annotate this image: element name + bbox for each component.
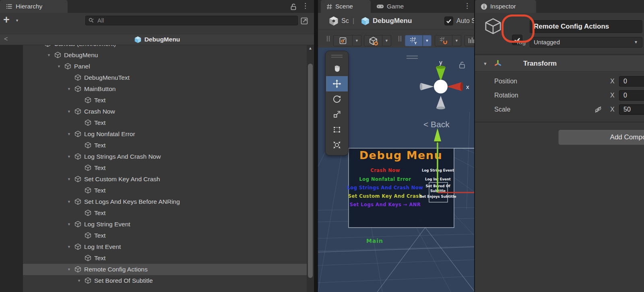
tool-settings-dropdown[interactable]: ▼ (353, 35, 361, 46)
scrollbar-thumb[interactable] (308, 64, 313, 278)
tab-scene[interactable]: Scene (321, 0, 371, 13)
expander-arrow-icon[interactable]: ▼ (67, 219, 71, 230)
tab-inspector[interactable]: Inspector (475, 0, 536, 13)
tab-game[interactable]: Game (371, 0, 417, 13)
hierarchy-menu-kebab-icon[interactable]: ⋮ (302, 2, 308, 10)
canvas-footer-main[interactable]: Main (366, 238, 383, 244)
tree-item-debugmenu[interactable]: ▼DebugMenu (23, 50, 307, 61)
tree-item-panel[interactable]: ▼Panel (23, 61, 307, 72)
gizmo-pivot-dropdown[interactable]: ▼ (382, 35, 391, 46)
search-input[interactable] (97, 17, 297, 24)
tree-item-set-bored-of-subtitle[interactable]: ▼Set Bored Of Subtitle (23, 275, 307, 286)
expander-arrow-icon[interactable]: ▼ (37, 45, 41, 50)
tree-item-crash-now[interactable]: ▼Crash Now (23, 106, 307, 117)
toolbar-grip[interactable] (400, 36, 401, 41)
expander-arrow-icon[interactable]: ▼ (67, 196, 71, 207)
expander-arrow-icon[interactable]: ▼ (67, 151, 71, 162)
snap-dropdown[interactable]: ▼ (452, 35, 461, 46)
gameobject-cube-icon (74, 198, 82, 205)
tree-item-label: Text (94, 207, 105, 219)
tree-item-text[interactable]: Text (23, 140, 307, 151)
add-component-button[interactable]: Add Component (558, 130, 644, 145)
tree-item-text[interactable]: Text (23, 117, 307, 128)
palette-grip[interactable] (331, 55, 343, 56)
canvas-button-crash-now[interactable]: Crash Now (370, 168, 400, 173)
expander-arrow-icon[interactable]: ▼ (57, 61, 61, 72)
scroll-up-icon[interactable]: ▲ (307, 46, 314, 50)
toolbar-grip[interactable] (329, 36, 330, 41)
hierarchy-search[interactable] (85, 16, 298, 25)
tree-item-text[interactable]: Text (23, 253, 307, 264)
gizmo-pivot-button[interactable] (364, 35, 382, 46)
unlock-icon[interactable] (289, 2, 298, 11)
hand-tool-button[interactable] (326, 61, 348, 76)
canvas-button-log-nonfatal[interactable]: Log Nonfatal Error (359, 176, 411, 182)
tag-dropdown[interactable]: Untagged ▼ (530, 37, 642, 48)
transform-component-header[interactable]: ▼ Transform (475, 56, 644, 72)
canvas-button-set-logs-anr[interactable]: Set Logs And Keys → ANR (350, 202, 421, 207)
expander-arrow-icon[interactable]: ▼ (77, 275, 81, 286)
tree-item-log-int-event[interactable]: ▼Log Int Event (23, 241, 307, 253)
hierarchy-scrollbar[interactable]: ▲ (307, 45, 314, 292)
canvas-button-log-strings-crash[interactable]: Log Strings And Crash Now (347, 185, 423, 191)
tree-item-log-strings-and-crash-now[interactable]: ▼Log Strings And Crash Now (23, 151, 307, 162)
grid-visibility-dropdown[interactable]: ▼ (423, 35, 431, 46)
tree-item-label: Text (94, 95, 105, 106)
create-object-button[interactable]: + ▼ (3, 15, 21, 27)
breadcrumb-context[interactable]: Sc (341, 13, 349, 29)
expander-arrow-icon[interactable]: ▼ (67, 128, 71, 140)
gameobject-cube-icon[interactable] (484, 17, 502, 35)
snap-button[interactable] (435, 35, 452, 46)
tree-item-text[interactable]: Text (23, 185, 307, 196)
tree-item-log-string-event[interactable]: ▼Log String Event (23, 219, 307, 230)
tree-item-set-custom-key-and-crash[interactable]: ▼Set Custom Key And Crash (23, 174, 307, 185)
rotation-x-input[interactable]: 0 (619, 90, 644, 101)
gameobject-name-field[interactable]: Remote Config Actions (530, 20, 642, 33)
rect-tool-button[interactable] (326, 122, 348, 137)
canvas-back-button[interactable]: < Back (423, 120, 450, 129)
expander-arrow-icon[interactable]: ▼ (67, 83, 71, 95)
tree-item-text[interactable]: Text (23, 207, 307, 219)
canvas-button-set-custom-key[interactable]: Set Custom Key And Crash (348, 193, 423, 199)
scale-tool-button[interactable] (326, 107, 348, 122)
transform-tool-button[interactable] (326, 137, 348, 153)
breadcrumb-prefab-name[interactable]: DebugMenu (373, 13, 412, 29)
expander-arrow-icon[interactable]: ▼ (67, 264, 71, 275)
move-tool-button[interactable] (326, 76, 348, 91)
tool-settings-button[interactable] (333, 35, 353, 46)
position-x-input[interactable]: 0 (619, 76, 644, 87)
rotate-tool-button[interactable] (326, 91, 348, 107)
scale-x-input[interactable]: 50 (619, 104, 644, 115)
autosave-checkbox[interactable] (444, 17, 453, 25)
gameobject-cube-icon (85, 142, 92, 149)
tab-hierarchy[interactable]: Hierarchy (0, 0, 68, 13)
tree-item-text[interactable]: Text (23, 95, 307, 106)
tree-item-mainbutton[interactable]: ▼MainButton (23, 83, 307, 95)
open-window-icon[interactable] (299, 16, 309, 26)
tree-item-text[interactable]: Text (23, 162, 307, 174)
prefab-back-button[interactable]: < (4, 35, 8, 43)
expander-arrow-icon[interactable]: ▼ (47, 50, 51, 61)
tree-item-remote-config-actions[interactable]: ▼Remote Config Actions (23, 264, 307, 275)
toolbar-grip[interactable] (327, 36, 328, 41)
tree-item-log-nonfatal-error[interactable]: ▼Log Nonfatal Error (23, 128, 307, 140)
tree-item-debugmenutext[interactable]: DebugMenuText (23, 72, 307, 83)
canvas-button-set-enjoys[interactable]: Set Enjoys Subtitle (419, 195, 456, 199)
grid-visibility-button[interactable]: Y (405, 35, 423, 46)
prefab-cube-icon (361, 17, 370, 26)
scene-menu-kebab-icon[interactable]: ⋮ (464, 2, 470, 10)
increment-snap-button[interactable] (464, 35, 474, 46)
tree-item-text[interactable]: Text (23, 230, 307, 241)
expander-arrow-icon[interactable]: ▼ (67, 106, 71, 117)
toolbar-grip[interactable] (398, 36, 399, 41)
expander-arrow-icon[interactable]: ▼ (67, 174, 71, 185)
gizmo-center[interactable] (434, 80, 448, 93)
tree-item-label: Set Logs And Keys Before ANRing (84, 196, 180, 207)
tree-item-canvas-environment-[interactable]: ▼Canvas (Environment) (23, 45, 307, 50)
link-off-icon[interactable] (593, 105, 603, 114)
expander-arrow-icon[interactable]: ▼ (67, 241, 71, 253)
tree-item-set-logs-and-keys-before-anring[interactable]: ▼Set Logs And Keys Before ANRing (23, 196, 307, 207)
scene-panel: Scene Game ⋮ Sc | DebugMenu Auto (318, 0, 474, 292)
foldout-arrow-icon[interactable]: ▼ (483, 56, 487, 72)
panel-divider[interactable] (314, 0, 318, 292)
